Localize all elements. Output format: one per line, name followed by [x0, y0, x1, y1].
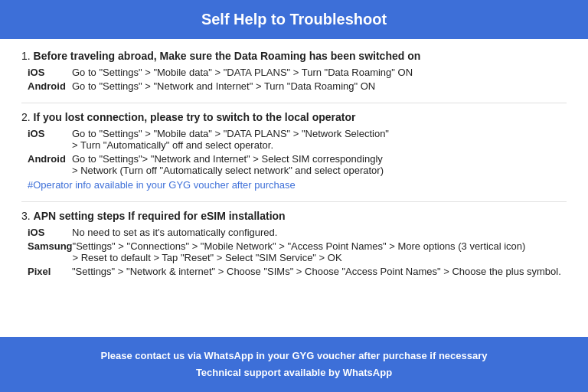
ios-label-1: iOS [28, 67, 72, 78]
section-2-ios-row: iOS Go to "Settings" > "Mobile data" > "… [21, 128, 567, 151]
section-1-title: 1. Before traveling abroad, Make sure th… [21, 50, 567, 62]
section-2-title: 2. If you lost connection, please try to… [21, 111, 567, 123]
section-2: 2. If you lost connection, please try to… [21, 111, 567, 191]
section-1: 1. Before traveling abroad, Make sure th… [21, 50, 567, 92]
samsung-text-3: "Settings" > "Connections" > "Mobile Net… [73, 240, 567, 263]
section-3-samsung-row: Samsung "Settings" > "Connections" > "Mo… [21, 240, 567, 263]
android-text-1: Go to "Settings" > "Network and Internet… [72, 80, 567, 92]
footer-line2: Technical support available by WhatsApp [15, 364, 573, 381]
section-1-title-bold: Before traveling abroad, Make sure the D… [34, 50, 421, 62]
page-title: Self Help to Troubleshoot [15, 11, 573, 28]
android-text-2: Go to "Settings"> "Network and Internet"… [72, 153, 567, 176]
content: 1. Before traveling abroad, Make sure th… [0, 39, 588, 296]
ios-text-2: Go to "Settings" > "Mobile data" > "DATA… [72, 128, 567, 151]
section-3: 3. APN setting steps If required for eSI… [21, 210, 567, 277]
divider-1 [21, 103, 567, 103]
section-3-pixel-row: Pixel "Settings" > "Network & internet" … [21, 266, 567, 277]
section-1-android-row: Android Go to "Settings" > "Network and … [21, 80, 567, 92]
section-3-title-bold: APN setting steps If required for eSIM i… [34, 210, 286, 222]
divider-2 [21, 201, 567, 202]
android-label-1: Android [28, 80, 72, 92]
footer: Please contact us via WhatsApp in your G… [0, 337, 588, 392]
ios-label-2: iOS [28, 128, 72, 139]
pixel-label-3: Pixel [28, 266, 72, 277]
ios-text-1: Go to "Settings" > "Mobile data" > "DATA… [72, 67, 567, 78]
samsung-label-3: Samsung [28, 240, 73, 252]
android-label-2: Android [28, 153, 72, 165]
ios-label-3: iOS [28, 227, 72, 238]
section-1-ios-row: iOS Go to "Settings" > "Mobile data" > "… [21, 67, 567, 78]
section-3-title: 3. APN setting steps If required for eSI… [21, 210, 567, 222]
section-3-ios-row: iOS No need to set as it's automatically… [21, 227, 567, 238]
section-2-title-bold: If you lost connection, please try to sw… [34, 111, 356, 123]
section-2-android-row: Android Go to "Settings"> "Network and I… [21, 153, 567, 176]
operator-highlight: #Operator info available in your GYG vou… [21, 179, 567, 191]
header: Self Help to Troubleshoot [0, 0, 588, 39]
pixel-text-3: "Settings" > "Network & internet" > Choo… [72, 266, 567, 277]
footer-line1: Please contact us via WhatsApp in your G… [15, 348, 573, 364]
ios-text-3: No need to set as it's automatically con… [72, 227, 567, 238]
